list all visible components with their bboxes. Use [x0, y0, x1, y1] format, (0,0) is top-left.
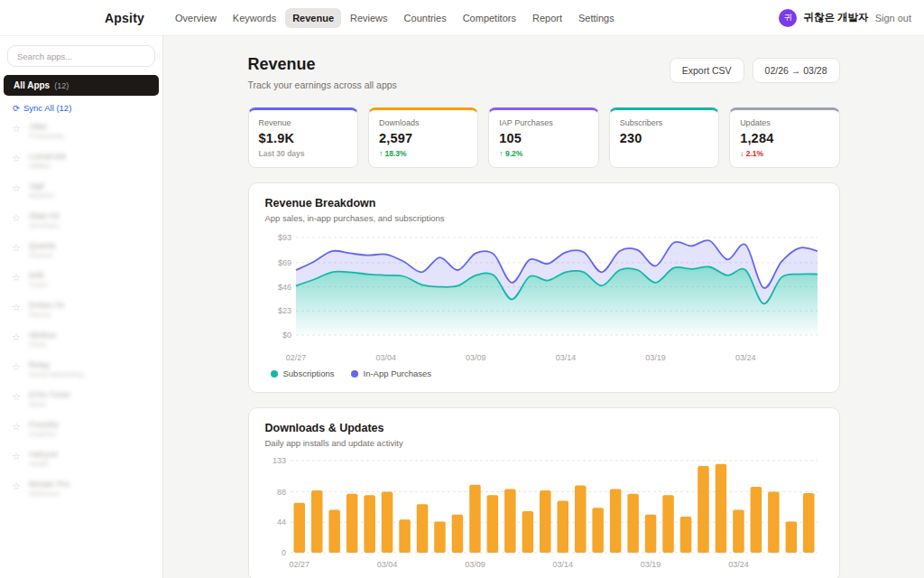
nav-item-reviews[interactable]: Reviews — [343, 8, 395, 28]
star-icon[interactable]: ☆ — [12, 450, 21, 461]
legend-label: In-App Purchases — [364, 368, 432, 378]
downloads-updates-title: Downloads & Updates — [265, 422, 823, 434]
app-texts: NimbusPhoto — [29, 331, 57, 350]
legend-dot — [271, 370, 278, 378]
app-category: Health — [29, 460, 59, 469]
app-category: Social Networking — [29, 370, 83, 379]
nav-item-overview[interactable]: Overview — [168, 8, 224, 28]
stat-label: Revenue — [259, 118, 347, 127]
app-texts: AtlasProductivity — [29, 122, 64, 141]
app-list: ☆AtlasProductivity☆LumaCastUtilities☆Vig… — [0, 117, 162, 504]
nav-item-settings[interactable]: Settings — [571, 8, 622, 28]
star-icon[interactable]: ☆ — [12, 331, 21, 342]
downloads-updates-card: Downloads & Updates Daily app installs a… — [248, 407, 840, 578]
stat-trend: Last 30 days — [259, 149, 347, 158]
page-header: Revenue Track your earnings across all a… — [248, 55, 840, 90]
app-list-item[interactable]: ☆FoundryGraphics — [0, 415, 162, 444]
app-list-item[interactable]: ☆NimbusPhoto — [0, 325, 162, 355]
user-avatar[interactable]: 귀 — [779, 9, 797, 27]
app-list-item[interactable]: ☆RelaySocial Networking — [0, 355, 162, 385]
app-list-item[interactable]: ☆DriftTravel — [0, 266, 162, 295]
star-icon[interactable]: ☆ — [12, 271, 21, 283]
app-list-item[interactable]: ☆Mosaic ProReference — [0, 474, 162, 504]
user-name: 귀찮은 개발자 — [803, 11, 868, 24]
app-name: LumaCast — [29, 152, 66, 162]
app-texts: Echo TunerMusic — [29, 390, 70, 409]
stat-trend: ↓ 2.1% — [740, 149, 828, 158]
app-list-item[interactable]: ☆Ember FitFitness — [0, 295, 162, 325]
app-name: Halcyon — [29, 450, 59, 460]
page-title: Revenue — [248, 55, 397, 74]
nav-item-keywords[interactable]: Keywords — [226, 8, 283, 28]
app-category: Productivity — [29, 132, 64, 141]
app-category: Finance — [29, 251, 56, 260]
app-texts: FoundryGraphics — [29, 420, 59, 439]
app-name: Echo Tuner — [29, 390, 70, 400]
search-wrap — [7, 45, 155, 67]
app-category: Photo — [29, 340, 57, 350]
app-list-item[interactable]: ☆LumaCastUtilities — [0, 146, 162, 176]
stats-row: Revenue$1.9KLast 30 daysDownloads2,597↑ … — [248, 107, 840, 168]
stat-card-subscribers: Subscribers230 — [609, 107, 719, 168]
app-category: Music — [29, 400, 70, 409]
star-icon[interactable]: ☆ — [12, 390, 21, 402]
date-range-button[interactable]: 02/26 → 03/28 — [753, 58, 840, 83]
nav-item-revenue[interactable]: Revenue — [285, 8, 341, 28]
app-texts: Mosaic ProReference — [29, 480, 69, 499]
revenue-breakdown-title: Revenue Breakdown — [265, 197, 823, 210]
app-name: Ember Fit — [29, 301, 64, 311]
svg-text:03/04: 03/04 — [375, 353, 396, 362]
app-list-item[interactable]: ☆Slate KitDeveloper — [0, 206, 162, 236]
sync-all-link[interactable]: ⟳ Sync All (12) — [13, 103, 162, 113]
app-texts: LumaCastUtilities — [29, 152, 66, 171]
nav-item-report[interactable]: Report — [525, 8, 569, 28]
app-texts: VigilWeather — [29, 182, 54, 200]
nav-item-countries[interactable]: Countries — [397, 8, 454, 28]
stat-trend: ↑ 18.3% — [379, 149, 467, 158]
stat-value: 2,597 — [379, 131, 467, 145]
stat-label: IAP Purchases — [499, 118, 587, 127]
app-texts: HalcyonHealth — [29, 450, 59, 469]
nav-item-competitors[interactable]: Competitors — [456, 8, 523, 28]
app-list-item[interactable]: ☆HalcyonHealth — [0, 444, 162, 474]
app-name: Slate Kit — [29, 211, 60, 221]
svg-text:$23: $23 — [277, 306, 291, 315]
app-name: Foundry — [29, 420, 59, 430]
stat-card-iap-purchases: IAP Purchases105↑ 9.2% — [488, 107, 598, 168]
app-category: Fitness — [29, 311, 64, 320]
legend-item: In-App Purchases — [351, 368, 432, 378]
stat-label: Subscribers — [620, 118, 708, 127]
app-list-item[interactable]: ☆QuantaFinance — [0, 236, 162, 266]
star-icon[interactable]: ☆ — [12, 301, 21, 312]
svg-text:44: 44 — [276, 517, 285, 527]
svg-text:$93: $93 — [277, 233, 291, 242]
all-apps-filter[interactable]: All Apps (12) — [4, 75, 159, 96]
page-header-text: Revenue Track your earnings across all a… — [248, 55, 397, 90]
star-icon[interactable]: ☆ — [12, 122, 21, 134]
downloads-updates-chart: 0448813302/2703/0403/0903/1403/1903/24 — [265, 453, 823, 573]
app-category: Reference — [29, 489, 69, 499]
app-texts: Ember FitFitness — [29, 301, 64, 320]
app-texts: RelaySocial Networking — [29, 360, 83, 379]
star-icon[interactable]: ☆ — [12, 480, 21, 491]
app-list-item[interactable]: ☆VigilWeather — [0, 176, 162, 206]
svg-text:$46: $46 — [277, 283, 291, 292]
app-list-item[interactable]: ☆Echo TunerMusic — [0, 385, 162, 415]
sign-out-link[interactable]: Sign out — [875, 13, 911, 23]
star-icon[interactable]: ☆ — [12, 360, 21, 372]
revenue-breakdown-card: Revenue Breakdown App sales, in-app purc… — [248, 182, 840, 393]
user-area: 귀 귀찮은 개발자 Sign out — [779, 9, 911, 27]
top-nav: OverviewKeywordsRevenueReviewsCountriesC… — [168, 8, 622, 28]
star-icon[interactable]: ☆ — [12, 420, 21, 432]
export-csv-button[interactable]: Export CSV — [670, 58, 744, 83]
revenue-breakdown-subtitle: App sales, in-app purchases, and subscri… — [265, 213, 823, 223]
star-icon[interactable]: ☆ — [12, 152, 21, 163]
svg-text:02/27: 02/27 — [285, 353, 306, 362]
search-input[interactable] — [7, 45, 155, 67]
star-icon[interactable]: ☆ — [12, 182, 21, 193]
star-icon[interactable]: ☆ — [12, 211, 21, 223]
app-list-item[interactable]: ☆AtlasProductivity — [0, 117, 162, 146]
legend-dot — [351, 370, 358, 378]
star-icon[interactable]: ☆ — [12, 241, 21, 253]
svg-text:03/19: 03/19 — [640, 560, 661, 569]
